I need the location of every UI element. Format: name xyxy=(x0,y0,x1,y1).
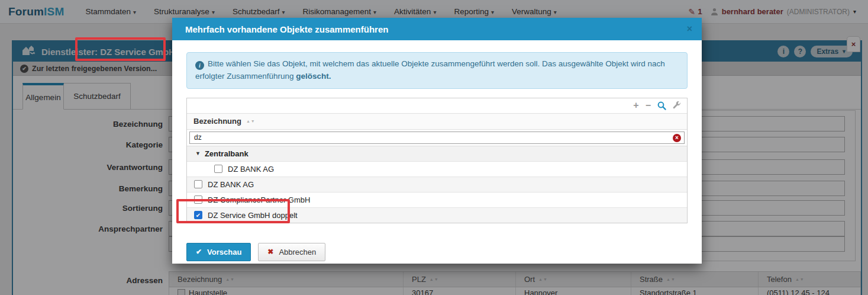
annotation-panel-title xyxy=(75,37,166,61)
wrench-icon[interactable] xyxy=(673,101,681,110)
list-column-header[interactable]: Bezeichnung ▲▼ xyxy=(187,113,687,129)
info-text: Bitte wählen Sie das Objekt, mit welchem… xyxy=(195,59,665,81)
filter-row: × xyxy=(187,129,687,146)
app-root: ForumISM Stammdaten▾ Strukturanalyse▾ Sc… xyxy=(0,0,868,295)
check-icon: ✔ xyxy=(196,248,202,256)
dialog-buttons: ✔ Vorschau ✖ Abbrechen xyxy=(186,243,688,261)
close-icon[interactable]: × xyxy=(687,24,692,34)
merge-objects-dialog: Mehrfach vorhandene Objekte zusammenführ… xyxy=(172,18,702,264)
search-icon[interactable] xyxy=(657,101,666,110)
clear-filter-icon[interactable]: × xyxy=(673,134,681,142)
cross-icon: ✖ xyxy=(267,248,273,256)
vorschau-button[interactable]: ✔ Vorschau xyxy=(186,243,251,261)
dialog-title: Mehrfach vorhandene Objekte zusammenführ… xyxy=(185,24,388,34)
dialog-header: Mehrfach vorhandene Objekte zusammenführ… xyxy=(172,18,702,40)
group-row-zentralbank[interactable]: ▼ Zentralbank xyxy=(187,146,687,161)
info-text-bold: gelöscht. xyxy=(296,72,331,81)
info-icon: i xyxy=(195,61,204,70)
abbrechen-button[interactable]: ✖ Abbrechen xyxy=(258,243,325,261)
checkbox-unchecked[interactable] xyxy=(194,180,202,188)
info-message: iBitte wählen Sie das Objekt, mit welche… xyxy=(186,52,688,89)
list-item[interactable]: DZ BANK AG xyxy=(187,161,687,177)
sort-icon: ▲▼ xyxy=(246,119,256,123)
list-toolbar: + − xyxy=(187,98,687,113)
annotation-selected-row xyxy=(176,199,290,223)
dialog-body: iBitte wählen Sie das Objekt, mit welche… xyxy=(172,40,702,264)
filter-input[interactable] xyxy=(189,132,685,144)
caret-down-icon: ▼ xyxy=(195,150,201,156)
checkbox-unchecked[interactable] xyxy=(214,165,222,173)
list-item[interactable]: DZ BANK AG xyxy=(187,177,687,192)
add-icon[interactable]: + xyxy=(633,101,638,110)
remove-icon[interactable]: − xyxy=(646,101,651,110)
